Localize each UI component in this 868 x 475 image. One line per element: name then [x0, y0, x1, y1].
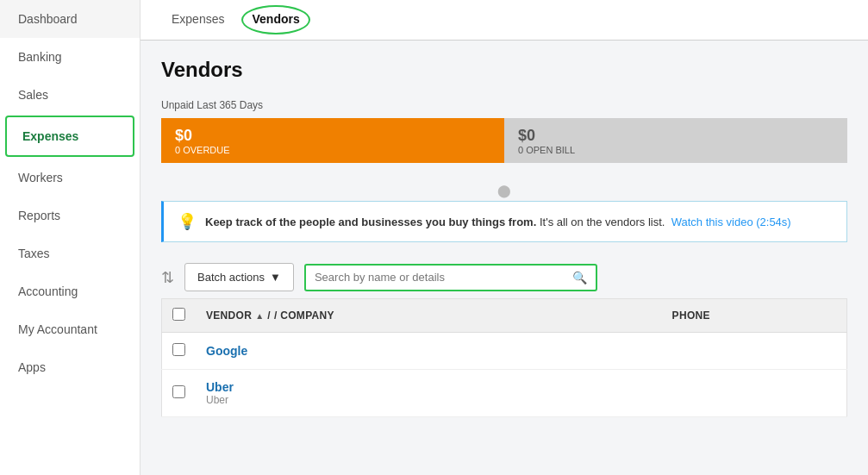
vendor-header-sep: /: [267, 309, 271, 322]
batch-actions-chevron-icon: ▼: [270, 271, 281, 284]
vendor-cell-google[interactable]: Google: [196, 333, 662, 370]
drag-handle: ⬤: [161, 180, 847, 201]
info-video-link[interactable]: Watch this video (2:54s): [671, 216, 791, 228]
info-text-bold: Keep track of the people and businesses …: [205, 216, 536, 228]
sidebar-item-accounting[interactable]: Accounting: [0, 272, 140, 310]
company-header-label: / COMPANY: [274, 309, 334, 322]
vendor-table: VENDOR ▲ / / COMPANY PHONE: [161, 298, 847, 417]
sidebar-item-taxes[interactable]: Taxes: [0, 234, 140, 272]
info-banner: 💡 Keep track of the people and businesse…: [161, 201, 847, 242]
tab-bar: Expenses Vendors: [141, 0, 868, 41]
search-box[interactable]: 🔍: [304, 264, 597, 291]
open-bill-label: 0 OPEN BILL: [518, 145, 834, 155]
row-checkbox-cell-2: [162, 370, 197, 417]
metrics-row: $0 0 OVERDUE $0 0 OPEN BILL: [161, 118, 847, 163]
select-all-checkbox[interactable]: [172, 308, 185, 321]
sidebar-item-reports[interactable]: Reports: [0, 197, 140, 234]
sort-icon[interactable]: ⇅: [161, 268, 174, 287]
main-content: Expenses Vendors Vendors Unpaid Last 365…: [141, 0, 868, 475]
sidebar-item-dashboard[interactable]: Dashboard: [0, 0, 140, 38]
sidebar-item-banking[interactable]: Banking: [0, 38, 140, 76]
info-text-normal: It's all on the vendors list.: [540, 216, 665, 228]
sort-ascending-icon: ▲: [255, 311, 264, 321]
vendor-cell-uber[interactable]: Uber Uber: [196, 370, 662, 417]
tab-expenses[interactable]: Expenses: [158, 0, 238, 40]
row-checkbox-cell-1: [162, 333, 197, 370]
phone-cell-uber: [662, 370, 847, 417]
metric-overdue[interactable]: $0 0 OVERDUE: [161, 118, 504, 163]
batch-actions-label: Batch actions: [197, 271, 265, 284]
toolbar: ⇅ Batch actions ▼ 🔍: [161, 256, 847, 298]
search-input[interactable]: [315, 271, 567, 284]
vendor-name-google: Google: [206, 344, 652, 358]
sidebar-item-workers[interactable]: Workers: [0, 159, 140, 197]
phone-cell-google: [662, 333, 847, 370]
vendor-name-uber: Uber: [206, 380, 652, 394]
open-bill-amount: $0: [518, 127, 834, 145]
unpaid-label: Unpaid Last 365 Days: [161, 99, 847, 111]
metric-open-bill[interactable]: $0 0 OPEN BILL: [504, 118, 847, 163]
table-row: Google: [162, 333, 847, 370]
sidebar-item-sales[interactable]: Sales: [0, 76, 140, 114]
overdue-label: 0 OVERDUE: [175, 145, 490, 155]
vendor-column-header[interactable]: VENDOR ▲ / / COMPANY: [196, 299, 662, 333]
vendor-sub-uber: Uber: [206, 394, 652, 406]
search-icon: 🔍: [572, 271, 587, 284]
sidebar-item-my-accountant[interactable]: My Accountant: [0, 310, 140, 348]
overdue-amount: $0: [175, 127, 490, 145]
vendor-header-label: VENDOR: [206, 309, 252, 322]
tab-vendors[interactable]: Vendors: [238, 0, 313, 40]
sidebar-item-expenses[interactable]: Expenses: [5, 116, 134, 157]
phone-column-header: PHONE: [662, 299, 847, 333]
row-checkbox-1[interactable]: [172, 343, 185, 356]
table-row: Uber Uber: [162, 370, 847, 417]
content-area: Vendors Unpaid Last 365 Days $0 0 OVERDU…: [141, 41, 868, 475]
page-title: Vendors: [161, 58, 847, 82]
select-all-cell: [162, 299, 197, 333]
batch-actions-button[interactable]: Batch actions ▼: [184, 263, 294, 291]
sidebar: Dashboard Banking Sales Expenses Workers…: [0, 0, 141, 475]
row-checkbox-2[interactable]: [172, 385, 185, 398]
info-icon: 💡: [178, 212, 197, 231]
table-header-row: VENDOR ▲ / / COMPANY PHONE: [162, 299, 847, 333]
sidebar-item-apps[interactable]: Apps: [0, 348, 140, 386]
